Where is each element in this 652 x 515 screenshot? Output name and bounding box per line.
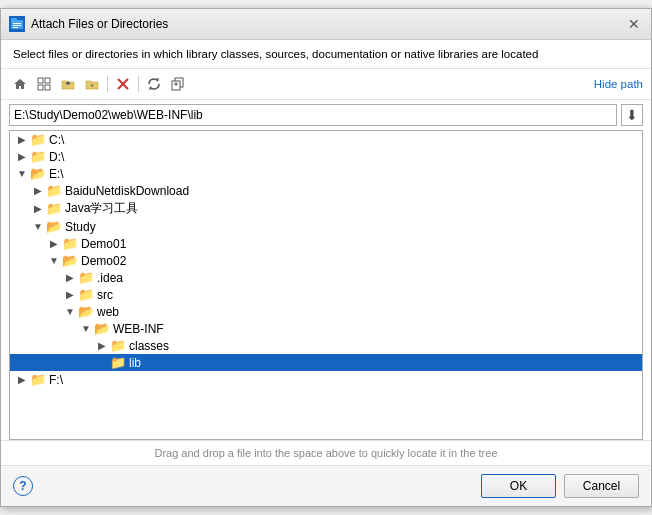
delete-button[interactable] (112, 73, 134, 95)
toolbar: + Hide path (1, 69, 651, 100)
help-button[interactable]: ? (13, 476, 33, 496)
refresh-button[interactable] (143, 73, 165, 95)
path-input[interactable] (9, 104, 617, 126)
tree-item-idea[interactable]: ▶ 📁 .idea (10, 269, 642, 286)
path-bar: ⬇ (9, 104, 643, 126)
tree-item-f[interactable]: ▶ 📁 F:\ (10, 371, 642, 388)
folder-icon-baidu: 📁 (46, 183, 62, 198)
tree-item-classes[interactable]: ▶ 📁 classes (10, 337, 642, 354)
label-e: E:\ (49, 167, 64, 181)
folder-icon-study: 📂 (46, 219, 62, 234)
cancel-button[interactable]: Cancel (564, 474, 639, 498)
attach-files-dialog: Attach Files or Directories ✕ Select fil… (0, 8, 652, 507)
svg-rect-3 (13, 25, 21, 26)
label-c: C:\ (49, 133, 64, 147)
label-lib: lib (129, 356, 141, 370)
svg-rect-1 (11, 18, 17, 21)
label-demo02: Demo02 (81, 254, 126, 268)
description-text: Select files or directories in which lib… (1, 40, 651, 69)
tree-item-demo02[interactable]: ▼ 📂 Demo02 (10, 252, 642, 269)
footer-buttons: OK Cancel (481, 474, 639, 498)
label-d: D:\ (49, 150, 64, 164)
toggle-demo02: ▼ (46, 255, 62, 266)
footer: ? OK Cancel (1, 465, 651, 506)
label-demo01: Demo01 (81, 237, 126, 251)
label-webinf: WEB-INF (113, 322, 164, 336)
dialog-title: Attach Files or Directories (31, 17, 168, 31)
svg-rect-4 (13, 27, 18, 28)
copy-button[interactable] (167, 73, 189, 95)
tree-item-java[interactable]: ▶ 📁 Java学习工具 (10, 199, 642, 218)
folder-icon-c: 📁 (30, 132, 46, 147)
svg-rect-7 (38, 85, 43, 90)
tree-item-src[interactable]: ▶ 📁 src (10, 286, 642, 303)
folder-icon-demo02: 📂 (62, 253, 78, 268)
folder-icon-web: 📂 (78, 304, 94, 319)
toggle-java: ▶ (30, 203, 46, 214)
drag-hint: Drag and drop a file into the space abov… (1, 440, 651, 465)
folder-icon-f: 📁 (30, 372, 46, 387)
folder-up-button[interactable] (57, 73, 79, 95)
label-f: F:\ (49, 373, 63, 387)
folder-icon-idea: 📁 (78, 270, 94, 285)
label-classes: classes (129, 339, 169, 353)
tree-item-study[interactable]: ▼ 📂 Study (10, 218, 642, 235)
toggle-webinf: ▼ (78, 323, 94, 334)
file-tree[interactable]: ▶ 📁 C:\ ▶ 📁 D:\ ▼ 📂 E:\ ▶ 📁 BaiduNetdisk… (9, 130, 643, 440)
toggle-c: ▶ (14, 134, 30, 145)
toggle-d: ▶ (14, 151, 30, 162)
tree-item-d[interactable]: ▶ 📁 D:\ (10, 148, 642, 165)
toggle-classes: ▶ (94, 340, 110, 351)
svg-text:+: + (90, 81, 95, 90)
tree-item-webinf[interactable]: ▼ 📂 WEB-INF (10, 320, 642, 337)
label-baidu: BaiduNetdiskDownload (65, 184, 189, 198)
separator-1 (107, 76, 108, 92)
path-download-button[interactable]: ⬇ (621, 104, 643, 126)
close-button[interactable]: ✕ (625, 15, 643, 33)
label-src: src (97, 288, 113, 302)
title-bar: Attach Files or Directories ✕ (1, 9, 651, 40)
folder-icon-java: 📁 (46, 201, 62, 216)
svg-rect-2 (13, 23, 21, 24)
toggle-web: ▼ (62, 306, 78, 317)
title-bar-left: Attach Files or Directories (9, 16, 168, 32)
tree-item-web[interactable]: ▼ 📂 web (10, 303, 642, 320)
home-button[interactable] (9, 73, 31, 95)
tree-item-baidu[interactable]: ▶ 📁 BaiduNetdiskDownload (10, 182, 642, 199)
grid-button[interactable] (33, 73, 55, 95)
dialog-icon (9, 16, 25, 32)
folder-icon-lib: 📁 (110, 355, 126, 370)
toggle-e: ▼ (14, 168, 30, 179)
toggle-lib (94, 357, 110, 368)
toggle-study: ▼ (30, 221, 46, 232)
folder-icon-src: 📁 (78, 287, 94, 302)
separator-2 (138, 76, 139, 92)
tree-item-lib[interactable]: 📁 lib (10, 354, 642, 371)
new-folder-button[interactable]: + (81, 73, 103, 95)
tree-item-c[interactable]: ▶ 📁 C:\ (10, 131, 642, 148)
folder-icon-demo01: 📁 (62, 236, 78, 251)
toggle-src: ▶ (62, 289, 78, 300)
toggle-idea: ▶ (62, 272, 78, 283)
tree-item-e[interactable]: ▼ 📂 E:\ (10, 165, 642, 182)
label-idea: .idea (97, 271, 123, 285)
svg-rect-8 (45, 85, 50, 90)
toggle-f: ▶ (14, 374, 30, 385)
folder-icon-d: 📁 (30, 149, 46, 164)
toggle-demo01: ▶ (46, 238, 62, 249)
tree-item-demo01[interactable]: ▶ 📁 Demo01 (10, 235, 642, 252)
toggle-baidu: ▶ (30, 185, 46, 196)
folder-icon-e: 📂 (30, 166, 46, 181)
svg-rect-6 (45, 78, 50, 83)
svg-rect-5 (38, 78, 43, 83)
ok-button[interactable]: OK (481, 474, 556, 498)
label-study: Study (65, 220, 96, 234)
hide-path-button[interactable]: Hide path (594, 78, 643, 90)
label-web: web (97, 305, 119, 319)
folder-icon-classes: 📁 (110, 338, 126, 353)
label-java: Java学习工具 (65, 200, 138, 217)
folder-icon-webinf: 📂 (94, 321, 110, 336)
